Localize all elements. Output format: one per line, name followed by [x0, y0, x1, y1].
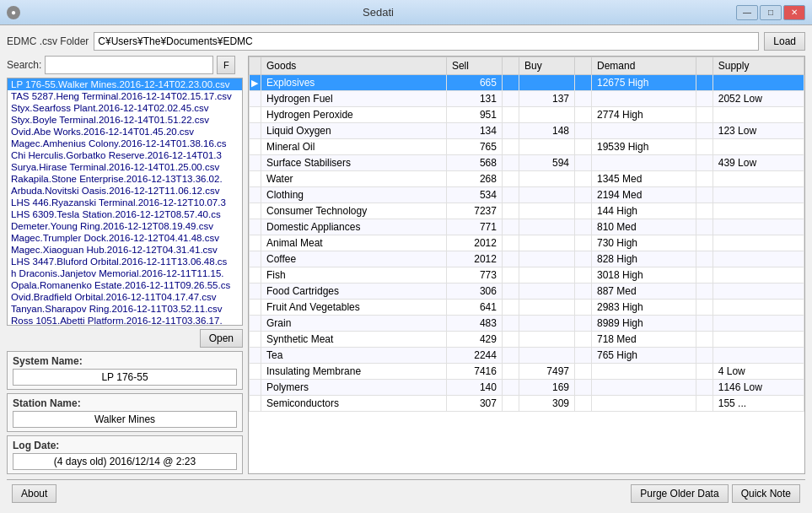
row-sell: 2012: [446, 251, 502, 267]
file-item[interactable]: Opala.Romanenko Estate.2016-12-11T09.26.…: [8, 279, 242, 291]
row-sell: 771: [446, 219, 502, 235]
file-item[interactable]: Magec.Trumpler Dock.2016-12-12T04.41.48.…: [8, 232, 242, 244]
row-arrow: [250, 284, 261, 300]
table-row[interactable]: Insulating Membrane741674974 Low: [250, 364, 804, 380]
row-goods: Tea: [261, 348, 447, 364]
file-item[interactable]: Tanyan.Sharapov Ring.2016-12-11T03.52.11…: [8, 303, 242, 315]
filter-button[interactable]: F: [217, 56, 235, 74]
file-item[interactable]: Arbuda.Novitski Oasis.2016-12-12T11.06.1…: [8, 185, 242, 197]
table-row[interactable]: Clothing5342194 Med: [250, 187, 804, 203]
file-item[interactable]: TAS 5287.Heng Terminal.2016-12-14T02.15.…: [8, 90, 242, 102]
row-buy: [519, 107, 574, 123]
close-button[interactable]: ✕: [783, 5, 805, 20]
file-item[interactable]: Ross 1051.Abetti Platform.2016-12-11T03.…: [8, 315, 242, 326]
table-row[interactable]: Liquid Oxygen134148123 Low: [250, 123, 804, 139]
row-supply: [713, 251, 804, 267]
row-buy2: [575, 235, 592, 251]
row-buy2: [575, 203, 592, 219]
table-row[interactable]: Polymers1401691146 Low: [250, 380, 804, 396]
file-item[interactable]: Ovid.Abe Works.2016-12-14T01.45.20.csv: [8, 126, 242, 138]
row-demand2: [696, 75, 713, 91]
table-row[interactable]: Hydrogen Fuel1311372052 Low: [250, 91, 804, 107]
bottom-left: About: [12, 484, 56, 503]
purge-button[interactable]: Purge Older Data: [631, 484, 728, 503]
row-buy2: [575, 219, 592, 235]
row-buy2: [575, 364, 592, 380]
row-buy2: [575, 300, 592, 316]
row-sell2: [502, 316, 519, 332]
quick-note-button[interactable]: Quick Note: [732, 484, 800, 503]
row-demand2: [696, 155, 713, 171]
load-button[interactable]: Load: [764, 32, 805, 51]
file-item[interactable]: Magec.Xiaoguan Hub.2016-12-12T04.31.41.c…: [8, 244, 242, 256]
row-supply: [713, 348, 804, 364]
file-list[interactable]: LP 176-55.Walker Mines.2016-12-14T02.23.…: [7, 78, 243, 326]
row-supply: [713, 284, 804, 300]
col-buy2: [575, 57, 592, 75]
row-goods: Domestic Appliances: [261, 219, 447, 235]
col-supply: Supply: [713, 57, 804, 75]
col-sell2: [502, 57, 519, 75]
open-button[interactable]: Open: [200, 329, 243, 348]
table-row[interactable]: Mineral Oil76519539 High: [250, 139, 804, 155]
row-demand2: [696, 107, 713, 123]
table-row[interactable]: Surface Stabilisers568594439 Low: [250, 155, 804, 171]
file-item[interactable]: Demeter.Young Ring.2016-12-12T08.19.49.c…: [8, 220, 242, 232]
row-buy: 169: [519, 380, 574, 396]
table-row[interactable]: Animal Meat2012730 High: [250, 235, 804, 251]
row-arrow: [250, 251, 261, 267]
row-buy2: [575, 75, 592, 91]
row-supply: 2052 Low: [713, 91, 804, 107]
file-item[interactable]: Surya.Hirase Terminal.2016-12-14T01.25.0…: [8, 161, 242, 173]
row-buy: [519, 348, 574, 364]
row-arrow: [250, 316, 261, 332]
file-item[interactable]: Magec.Amhenius Colony.2016-12-14T01.38.1…: [8, 138, 242, 149]
log-date-value: (4 days old) 2016/12/14 @ 2:23: [13, 453, 237, 470]
station-name-label: Station Name:: [13, 397, 237, 409]
col-sell: Sell: [446, 57, 502, 75]
about-button[interactable]: About: [12, 484, 56, 503]
minimize-button[interactable]: —: [736, 5, 758, 20]
table-row[interactable]: Tea2244765 High: [250, 348, 804, 364]
file-item[interactable]: LHS 446.Ryazanski Terminal.2016-12-12T10…: [8, 197, 242, 208]
table-row[interactable]: Fish7733018 High: [250, 267, 804, 284]
table-row[interactable]: Hydrogen Peroxide9512774 High: [250, 107, 804, 123]
file-item[interactable]: h Draconis.Janjetov Memorial.2016-12-11T…: [8, 267, 242, 279]
file-item[interactable]: LHS 6309.Tesla Station.2016-12-12T08.57.…: [8, 208, 242, 220]
table-row[interactable]: Synthetic Meat429718 Med: [250, 332, 804, 348]
window-title: Sedati: [20, 6, 736, 19]
row-buy2: [575, 284, 592, 300]
row-arrow: [250, 155, 261, 171]
row-sell2: [502, 123, 519, 139]
maximize-button[interactable]: □: [760, 5, 782, 20]
table-row[interactable]: Consumer Technology7237144 High: [250, 203, 804, 219]
file-item[interactable]: Rakapila.Stone Enterprise.2016-12-13T13.…: [8, 173, 242, 185]
folder-input[interactable]: [94, 32, 759, 51]
row-sell: 534: [446, 187, 502, 203]
col-goods: Goods: [261, 57, 447, 75]
system-name-section: System Name: LP 176-55: [7, 351, 243, 390]
goods-table-container[interactable]: Goods Sell Buy Demand Supply ▶Explosives…: [249, 57, 804, 473]
file-item[interactable]: LHS 3447.Bluford Orbital.2016-12-11T13.0…: [8, 256, 242, 267]
file-item[interactable]: Ovid.Bradfield Orbital.2016-12-11T04.17.…: [8, 291, 242, 303]
table-row[interactable]: Food Cartridges306887 Med: [250, 284, 804, 300]
row-buy: [519, 235, 574, 251]
table-row[interactable]: ▶Explosives66512675 High: [250, 75, 804, 91]
search-input[interactable]: [45, 56, 213, 74]
table-row[interactable]: Fruit And Vegetables6412983 High: [250, 300, 804, 316]
table-row[interactable]: Grain4838989 High: [250, 316, 804, 332]
table-row[interactable]: Water2681345 Med: [250, 171, 804, 187]
row-sell: 307: [446, 396, 502, 412]
file-item[interactable]: Styx.Searfoss Plant.2016-12-14T02.02.45.…: [8, 102, 242, 114]
file-item[interactable]: Styx.Boyle Terminal.2016-12-14T01.51.22.…: [8, 114, 242, 126]
row-supply: [713, 107, 804, 123]
file-item[interactable]: Chi Herculis.Gorbatko Reserve.2016-12-14…: [8, 149, 242, 161]
row-arrow: [250, 364, 261, 380]
table-row[interactable]: Domestic Appliances771810 Med: [250, 219, 804, 235]
table-row[interactable]: Semiconductors307309155 ...: [250, 396, 804, 412]
file-item[interactable]: LP 176-55.Walker Mines.2016-12-14T02.23.…: [8, 78, 242, 90]
table-row[interactable]: Coffee2012828 High: [250, 251, 804, 267]
row-goods: Coffee: [261, 251, 447, 267]
window-controls[interactable]: — □ ✕: [736, 5, 805, 20]
row-buy2: [575, 332, 592, 348]
